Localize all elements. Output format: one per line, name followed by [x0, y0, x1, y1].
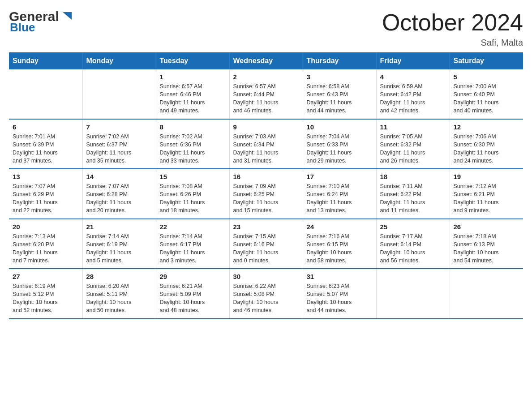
calendar-week-3: 13Sunrise: 7:07 AM Sunset: 6:29 PM Dayli… — [9, 169, 523, 219]
day-info: Sunrise: 7:00 AM Sunset: 6:40 PM Dayligh… — [454, 82, 520, 115]
day-info: Sunrise: 6:21 AM Sunset: 5:09 PM Dayligh… — [160, 282, 226, 315]
calendar-cell: 2Sunrise: 6:57 AM Sunset: 6:44 PM Daylig… — [229, 69, 303, 119]
calendar-header-row: SundayMondayTuesdayWednesdayThursdayFrid… — [9, 52, 523, 69]
calendar-cell: 23Sunrise: 7:15 AM Sunset: 6:16 PM Dayli… — [229, 219, 303, 269]
page-title: October 2024 — [382, 9, 523, 36]
calendar-cell: 10Sunrise: 7:04 AM Sunset: 6:33 PM Dayli… — [303, 119, 376, 169]
day-info: Sunrise: 6:57 AM Sunset: 6:44 PM Dayligh… — [233, 82, 299, 115]
calendar-cell: 18Sunrise: 7:11 AM Sunset: 6:22 PM Dayli… — [376, 169, 450, 219]
day-number: 23 — [233, 223, 299, 231]
day-number: 2 — [233, 73, 299, 81]
day-number: 31 — [307, 273, 373, 280]
logo-blue-text: Blue — [10, 21, 35, 34]
day-info: Sunrise: 7:03 AM Sunset: 6:34 PM Dayligh… — [233, 133, 299, 165]
day-info: Sunrise: 7:07 AM Sunset: 6:29 PM Dayligh… — [13, 182, 79, 215]
day-number: 13 — [13, 173, 79, 180]
calendar-cell: 28Sunrise: 6:20 AM Sunset: 5:11 PM Dayli… — [82, 269, 156, 319]
day-info: Sunrise: 6:22 AM Sunset: 5:08 PM Dayligh… — [233, 282, 299, 315]
day-info: Sunrise: 7:06 AM Sunset: 6:30 PM Dayligh… — [454, 133, 520, 165]
header-monday: Monday — [82, 52, 156, 69]
day-number: 14 — [86, 173, 152, 180]
day-info: Sunrise: 7:12 AM Sunset: 6:21 PM Dayligh… — [454, 182, 520, 215]
day-info: Sunrise: 7:14 AM Sunset: 6:17 PM Dayligh… — [160, 232, 226, 265]
calendar-cell: 12Sunrise: 7:06 AM Sunset: 6:30 PM Dayli… — [450, 119, 523, 169]
day-info: Sunrise: 7:17 AM Sunset: 6:14 PM Dayligh… — [380, 232, 446, 265]
day-info: Sunrise: 7:14 AM Sunset: 6:19 PM Dayligh… — [86, 232, 152, 265]
calendar-cell — [376, 269, 450, 319]
day-info: Sunrise: 7:10 AM Sunset: 6:24 PM Dayligh… — [307, 182, 373, 215]
calendar-cell: 1Sunrise: 6:57 AM Sunset: 6:46 PM Daylig… — [156, 69, 229, 119]
calendar-cell: 30Sunrise: 6:22 AM Sunset: 5:08 PM Dayli… — [229, 269, 303, 319]
day-number: 18 — [380, 173, 446, 180]
calendar-cell: 22Sunrise: 7:14 AM Sunset: 6:17 PM Dayli… — [156, 219, 229, 269]
day-number: 6 — [13, 123, 79, 131]
day-number: 22 — [160, 223, 226, 231]
header-saturday: Saturday — [450, 52, 523, 69]
calendar-cell: 16Sunrise: 7:09 AM Sunset: 6:25 PM Dayli… — [229, 169, 303, 219]
calendar-cell: 8Sunrise: 7:02 AM Sunset: 6:36 PM Daylig… — [156, 119, 229, 169]
day-info: Sunrise: 6:57 AM Sunset: 6:46 PM Dayligh… — [160, 82, 226, 115]
calendar-cell — [82, 69, 156, 119]
calendar-cell — [450, 269, 523, 319]
day-number: 28 — [86, 273, 152, 280]
page-subtitle: Safi, Malta — [382, 38, 523, 48]
day-number: 1 — [160, 73, 226, 81]
calendar-cell: 17Sunrise: 7:10 AM Sunset: 6:24 PM Dayli… — [303, 169, 376, 219]
day-info: Sunrise: 7:15 AM Sunset: 6:16 PM Dayligh… — [233, 232, 299, 265]
calendar-cell: 14Sunrise: 7:07 AM Sunset: 6:28 PM Dayli… — [82, 169, 156, 219]
calendar-week-2: 6Sunrise: 7:01 AM Sunset: 6:39 PM Daylig… — [9, 119, 523, 169]
day-info: Sunrise: 7:05 AM Sunset: 6:32 PM Dayligh… — [380, 133, 446, 165]
calendar-cell: 3Sunrise: 6:58 AM Sunset: 6:43 PM Daylig… — [303, 69, 376, 119]
day-info: Sunrise: 7:01 AM Sunset: 6:39 PM Dayligh… — [13, 133, 79, 165]
day-number: 8 — [160, 123, 226, 131]
day-info: Sunrise: 7:11 AM Sunset: 6:22 PM Dayligh… — [380, 182, 446, 215]
day-info: Sunrise: 7:13 AM Sunset: 6:20 PM Dayligh… — [13, 232, 79, 265]
day-info: Sunrise: 7:04 AM Sunset: 6:33 PM Dayligh… — [307, 133, 373, 165]
day-number: 12 — [454, 123, 520, 131]
day-info: Sunrise: 6:20 AM Sunset: 5:11 PM Dayligh… — [86, 282, 152, 315]
calendar-cell: 29Sunrise: 6:21 AM Sunset: 5:09 PM Dayli… — [156, 269, 229, 319]
day-info: Sunrise: 7:02 AM Sunset: 6:37 PM Dayligh… — [86, 133, 152, 165]
day-info: Sunrise: 6:23 AM Sunset: 5:07 PM Dayligh… — [307, 282, 373, 315]
day-number: 20 — [13, 223, 79, 231]
calendar-cell — [9, 69, 82, 119]
calendar-cell: 15Sunrise: 7:08 AM Sunset: 6:26 PM Dayli… — [156, 169, 229, 219]
day-number: 30 — [233, 273, 299, 280]
calendar-cell: 11Sunrise: 7:05 AM Sunset: 6:32 PM Dayli… — [376, 119, 450, 169]
logo-triangle-icon — [59, 10, 73, 23]
calendar-cell: 9Sunrise: 7:03 AM Sunset: 6:34 PM Daylig… — [229, 119, 303, 169]
day-info: Sunrise: 6:19 AM Sunset: 5:12 PM Dayligh… — [13, 282, 79, 315]
day-number: 15 — [160, 173, 226, 180]
day-number: 21 — [86, 223, 152, 231]
logo: General Blue — [9, 9, 73, 34]
calendar-cell: 19Sunrise: 7:12 AM Sunset: 6:21 PM Dayli… — [450, 169, 523, 219]
calendar-cell: 26Sunrise: 7:18 AM Sunset: 6:13 PM Dayli… — [450, 219, 523, 269]
day-number: 25 — [380, 223, 446, 231]
day-number: 10 — [307, 123, 373, 131]
header-sunday: Sunday — [9, 52, 82, 69]
calendar-cell: 21Sunrise: 7:14 AM Sunset: 6:19 PM Dayli… — [82, 219, 156, 269]
calendar-cell: 20Sunrise: 7:13 AM Sunset: 6:20 PM Dayli… — [9, 219, 82, 269]
calendar-week-5: 27Sunrise: 6:19 AM Sunset: 5:12 PM Dayli… — [9, 269, 523, 319]
day-number: 26 — [454, 223, 520, 231]
day-number: 24 — [307, 223, 373, 231]
day-info: Sunrise: 7:08 AM Sunset: 6:26 PM Dayligh… — [160, 182, 226, 215]
calendar-cell: 7Sunrise: 7:02 AM Sunset: 6:37 PM Daylig… — [82, 119, 156, 169]
day-number: 11 — [380, 123, 446, 131]
day-number: 9 — [233, 123, 299, 131]
day-number: 19 — [454, 173, 520, 180]
calendar-cell: 25Sunrise: 7:17 AM Sunset: 6:14 PM Dayli… — [376, 219, 450, 269]
calendar-cell: 31Sunrise: 6:23 AM Sunset: 5:07 PM Dayli… — [303, 269, 376, 319]
day-number: 29 — [160, 273, 226, 280]
calendar-cell: 5Sunrise: 7:00 AM Sunset: 6:40 PM Daylig… — [450, 69, 523, 119]
header-thursday: Thursday — [303, 52, 376, 69]
calendar-week-1: 1Sunrise: 6:57 AM Sunset: 6:46 PM Daylig… — [9, 69, 523, 119]
svg-marker-0 — [63, 12, 72, 20]
day-number: 4 — [380, 73, 446, 81]
header-wednesday: Wednesday — [229, 52, 303, 69]
calendar-cell: 27Sunrise: 6:19 AM Sunset: 5:12 PM Dayli… — [9, 269, 82, 319]
day-number: 7 — [86, 123, 152, 131]
day-number: 16 — [233, 173, 299, 180]
calendar-cell: 24Sunrise: 7:16 AM Sunset: 6:15 PM Dayli… — [303, 219, 376, 269]
calendar-cell: 4Sunrise: 6:59 AM Sunset: 6:42 PM Daylig… — [376, 69, 450, 119]
